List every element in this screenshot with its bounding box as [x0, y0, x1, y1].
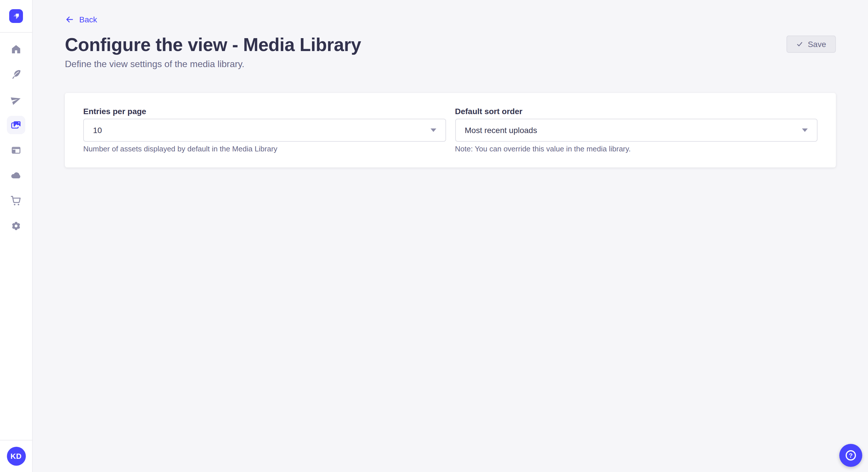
sidebar-item-marketplace[interactable]	[3, 188, 29, 213]
settings-card: Entries per page 10 Number of assets dis…	[65, 93, 836, 167]
entries-per-page-value: 10	[93, 126, 102, 135]
back-label: Back	[79, 15, 97, 24]
sidebar-item-releases[interactable]	[3, 87, 29, 112]
title-block: Configure the view - Media Library Defin…	[65, 33, 361, 69]
sidebar-item-media-library[interactable]	[3, 112, 29, 138]
entries-per-page-select[interactable]: 10	[83, 119, 446, 142]
home-icon	[10, 43, 22, 55]
sidebar-item-settings[interactable]	[3, 213, 29, 239]
sidebar-nav	[0, 33, 32, 239]
header-row: Configure the view - Media Library Defin…	[65, 33, 836, 69]
field-entries-per-page: Entries per page 10 Number of assets dis…	[83, 107, 446, 154]
question-icon: ?	[846, 450, 856, 461]
cart-icon	[10, 195, 22, 206]
entries-per-page-hint: Number of assets displayed by default in…	[83, 144, 446, 154]
field-default-sort-order: Default sort order Most recent uploads N…	[455, 107, 817, 154]
back-link[interactable]: Back	[65, 15, 97, 24]
arrow-left-icon	[65, 15, 74, 24]
images-icon	[10, 119, 22, 131]
strapi-logo[interactable]	[9, 9, 23, 23]
sidebar: KD	[0, 0, 33, 472]
app-root: KD Back Configure the view - Media Libra…	[0, 0, 868, 472]
cloud-icon	[10, 170, 22, 181]
sidebar-item-content-manager[interactable]	[3, 62, 29, 87]
feather-icon	[10, 69, 22, 80]
page-title: Configure the view - Media Library	[65, 33, 361, 56]
save-button[interactable]: Save	[786, 36, 836, 53]
sidebar-item-home[interactable]	[3, 37, 29, 62]
chevron-down-icon	[802, 129, 808, 132]
layout-icon	[10, 144, 22, 156]
paper-plane-icon	[10, 94, 22, 105]
default-sort-order-hint: Note: You can override this value in the…	[455, 144, 817, 154]
logo-cell	[0, 0, 32, 33]
default-sort-order-label: Default sort order	[455, 107, 817, 116]
avatar-initials: KD	[11, 452, 22, 461]
strapi-logo-icon	[9, 9, 23, 23]
help-button[interactable]: ?	[839, 444, 862, 467]
chevron-down-icon	[430, 129, 436, 132]
gear-icon	[10, 220, 22, 232]
default-sort-order-value: Most recent uploads	[465, 126, 537, 135]
sidebar-footer: KD	[0, 440, 32, 472]
save-label: Save	[808, 40, 826, 49]
entries-per-page-label: Entries per page	[83, 107, 446, 116]
page-subtitle: Define the view settings of the media li…	[65, 59, 361, 69]
sidebar-item-cloud[interactable]	[3, 163, 29, 188]
avatar[interactable]: KD	[7, 447, 26, 466]
default-sort-order-select[interactable]: Most recent uploads	[455, 119, 817, 142]
main-content: Back Configure the view - Media Library …	[33, 0, 868, 472]
check-icon	[796, 41, 803, 47]
sidebar-item-content-type-builder[interactable]	[3, 138, 29, 163]
